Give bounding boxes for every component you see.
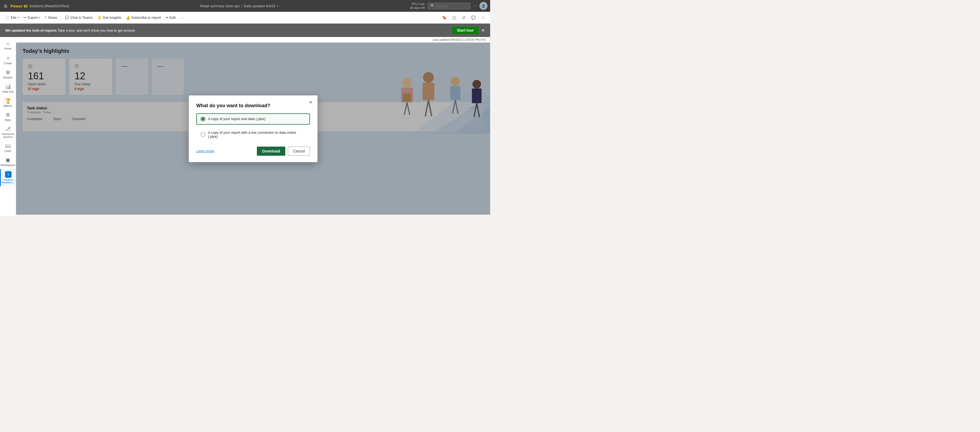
toolbar-sep-1 <box>61 14 61 21</box>
top-navigation: ⊞ Power BI Solutions [RetailSOATest] Ret… <box>0 0 490 12</box>
export-button[interactable]: ↦ Export ▾ <box>21 14 42 21</box>
create-icon: ＋ <box>6 55 10 61</box>
brand-area: Power BI Solutions [RetailSOATest] <box>10 4 69 8</box>
brand-workspace: Solutions [RetailSOATest] <box>29 4 69 8</box>
more-toolbar-button[interactable]: ··· <box>178 14 186 21</box>
sidebar-item-solutions[interactable]: S Solutions RetailSOA... <box>0 169 16 186</box>
learn-more-link[interactable]: Learn more <box>196 149 214 153</box>
search-box[interactable]: 🔍 <box>428 3 471 10</box>
modal-overlay: What do you want to download? ✕ A copy o… <box>16 43 490 214</box>
option-1-label: A copy of your report and data (.pbix) <box>208 117 266 121</box>
subscribe-button[interactable]: 🔔 Subscribe to report <box>124 14 163 21</box>
sidebar-label-apps: Apps <box>5 118 11 122</box>
start-tour-button[interactable]: Start tour <box>452 27 479 34</box>
browse-icon: ⊞ <box>6 70 10 75</box>
sidebar-item-apps[interactable]: ⧉ Apps <box>0 110 16 124</box>
sidebar-item-browse[interactable]: ⊞ Browse <box>0 67 16 81</box>
last-updated-bar: Last updated 4/4/2023 12:30:05 PM UTC <box>16 37 490 43</box>
sidebar-label-solutions: Solutions RetailSOA... <box>2 178 15 184</box>
search-icon: 🔍 <box>431 4 434 8</box>
share-icon: ⤴ <box>45 16 47 19</box>
workspaces-icon: ▣ <box>6 157 10 163</box>
radio-option-2[interactable]: A copy of your report with a live connec… <box>196 127 310 142</box>
modal-footer: Learn more Download Cancel <box>196 146 310 156</box>
chevron-down-icon[interactable]: ▾ <box>277 4 278 8</box>
sidebar-label-datahub: Data hub <box>2 90 13 94</box>
favorite-icon[interactable]: ☆ <box>479 14 487 22</box>
search-input[interactable] <box>436 4 468 8</box>
radio-circle-1 <box>200 117 205 121</box>
subscribe-icon: 🔔 <box>126 16 130 19</box>
nav-center: Retail summary store ops | Data updated … <box>71 4 407 8</box>
sidebar-item-metrics[interactable]: 🏆 Metrics <box>0 96 16 110</box>
file-icon: 📄 <box>5 16 10 19</box>
toolbar-right: 🔖 ⬜ ↺ 💬 ☆ <box>440 14 487 22</box>
export-chevron: ▾ <box>39 16 40 19</box>
data-updated-label: Data updated 4/4/23 <box>244 4 275 8</box>
sidebar-item-create[interactable]: ＋ Create <box>0 52 16 67</box>
sidebar-label-browse: Browse <box>3 76 12 79</box>
data-separator: | <box>241 4 242 8</box>
update-banner: We updated the look of reports Take a to… <box>0 24 490 37</box>
insights-icon: 💡 <box>97 16 102 19</box>
export-icon: ↦ <box>24 16 27 19</box>
sidebar-label-workspaces: Workspaces <box>0 164 15 167</box>
option-2-label: A copy of your report with a live connec… <box>208 130 305 138</box>
modal-close-button[interactable]: ✕ <box>307 99 314 106</box>
sidebar: ⌂ Home ＋ Create ⊞ Browse 📊 Data hub 🏆 Me… <box>0 37 16 216</box>
avatar[interactable]: 👤 <box>479 2 487 10</box>
home-icon: ⌂ <box>6 41 10 46</box>
file-button[interactable]: 📄 File ▾ <box>3 14 21 21</box>
report-title-label: Retail summary store ops <box>200 4 239 8</box>
apps-icon: ⧉ <box>6 112 10 118</box>
download-button[interactable]: Download <box>257 146 286 156</box>
download-modal: What do you want to download? ✕ A copy o… <box>189 95 317 162</box>
edit-icon: ✏ <box>166 16 169 19</box>
sidebar-item-deployment[interactable]: ⎇ Deployment pipelines <box>0 124 16 141</box>
edit-button[interactable]: ✏ Edit <box>164 14 178 21</box>
nav-right: PPU Trial: 38 days left 🔍 ··· 👤 <box>410 2 487 10</box>
comments-icon[interactable]: 💬 <box>469 14 477 22</box>
chat-in-teams-button[interactable]: 💬 Chat in Teams <box>63 14 95 21</box>
cancel-button[interactable]: Cancel <box>288 146 310 156</box>
file-chevron: ▾ <box>18 16 19 19</box>
sidebar-item-home[interactable]: ⌂ Home <box>0 38 16 52</box>
metrics-icon: 🏆 <box>5 98 11 104</box>
teams-icon: 💬 <box>65 16 69 19</box>
sidebar-label-create: Create <box>4 62 12 65</box>
learn-icon: 📖 <box>5 143 11 149</box>
banner-text: We updated the look of reports Take a to… <box>5 29 135 32</box>
bookmark-icon[interactable]: 🔖 <box>440 14 448 22</box>
content-area: Last updated 4/4/2023 12:30:05 PM UTC <box>16 37 490 216</box>
modal-actions: Download Cancel <box>257 146 310 156</box>
deployment-icon: ⎇ <box>5 126 11 132</box>
banner-close-icon[interactable]: ✕ <box>481 28 485 33</box>
refresh-icon[interactable]: ↺ <box>460 14 468 22</box>
sidebar-item-datahub[interactable]: 📊 Data hub <box>0 81 16 96</box>
solutions-icon: S <box>5 171 11 178</box>
sidebar-label-home: Home <box>4 47 11 50</box>
toolbar: 📄 File ▾ ↦ Export ▾ ⤴ Share 💬 Chat in Te… <box>0 12 490 24</box>
sidebar-item-learn[interactable]: 📖 Learn <box>0 141 16 155</box>
main-layout: ⌂ Home ＋ Create ⊞ Browse 📊 Data hub 🏆 Me… <box>0 37 490 216</box>
banner-right: Start tour ✕ <box>452 27 485 34</box>
share-button[interactable]: ⤴ Share <box>43 14 59 21</box>
grid-menu-icon[interactable]: ⊞ <box>3 2 8 10</box>
radio-option-1[interactable]: A copy of your report and data (.pbix) <box>196 113 310 125</box>
sidebar-item-workspaces[interactable]: ▣ Workspaces <box>0 155 16 169</box>
radio-dot-1 <box>202 118 204 120</box>
radio-circle-2 <box>200 132 205 137</box>
datahub-icon: 📊 <box>5 84 11 89</box>
get-insights-button[interactable]: 💡 Get insights <box>95 14 123 21</box>
avatar-icon: 👤 <box>481 4 485 8</box>
more-options-icon[interactable]: ··· <box>473 3 477 8</box>
ppu-trial-info: PPU Trial: 38 days left <box>410 2 425 10</box>
sidebar-label-metrics: Metrics <box>3 105 12 108</box>
sidebar-label-deployment: Deployment pipelines <box>1 133 15 138</box>
powerbi-logo: Power BI <box>10 4 28 8</box>
last-updated-text: Last updated 4/4/2023 12:30:05 PM UTC <box>433 38 486 41</box>
modal-title: What do you want to download? <box>196 103 310 108</box>
view-icon[interactable]: ⬜ <box>450 14 458 22</box>
sidebar-label-learn: Learn <box>5 149 11 153</box>
report-area: Today's highlights ◎ 161 Open tasks 37 h… <box>16 43 490 214</box>
